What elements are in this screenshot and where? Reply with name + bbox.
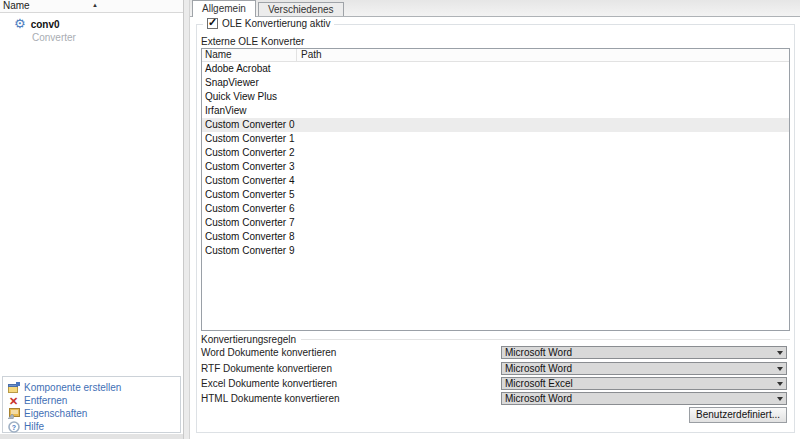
list-item-conv0[interactable]: ⚙ conv0 Converter [0,14,183,43]
converter-name-cell: Custom Converter 4 [205,175,294,186]
converter-name-cell: Custom Converter 6 [205,203,294,214]
html-rule-label: HTML Dokumente konvertieren [201,393,340,404]
converter-name-cell: Custom Converter 2 [205,147,294,158]
rule-row-html: HTML Dokumente konvertieren Microsoft Wo… [201,392,794,406]
html-converter-dropdown[interactable]: Microsoft Word [501,392,787,405]
table-row[interactable]: Quick View Plus [202,90,789,104]
table-row[interactable]: Adobe Acrobat [202,62,789,76]
html-converter-value: Microsoft Word [505,393,572,404]
word-converter-value: Microsoft Word [505,347,572,358]
rule-row-excel: Excel Dokumente konvertieren Microsoft E… [201,377,794,391]
custom-button[interactable]: Benutzerdefiniert... [689,407,787,423]
properties-label: Eigenschaften [24,408,87,419]
component-type-label: Converter [14,32,183,43]
word-rule-label: Word Dokumente konvertieren [201,347,336,358]
excel-rule-label: Excel Dokumente konvertieren [201,378,337,389]
rtf-converter-dropdown[interactable]: Microsoft Word [501,362,787,375]
ole-converter-settings-window: Name ▲ ⚙ conv0 Converter Komponente erst… [0,0,800,439]
settings-panel: Allgemein Verschiedenes OLE Konvertierun… [190,0,800,439]
converter-name-cell: Custom Converter 0 [205,119,294,130]
converter-name-cell: Custom Converter 5 [205,189,294,200]
component-list-panel: Name ▲ ⚙ conv0 Converter Komponente erst… [0,0,184,439]
column-header-name[interactable]: Name [202,49,297,61]
column-header-path[interactable]: Path [297,49,789,61]
ole-conversion-checkbox[interactable] [207,18,218,29]
properties-icon [7,408,20,420]
table-row[interactable]: Custom Converter 7 [202,216,789,230]
chevron-down-icon [777,397,783,401]
table-row[interactable]: Custom Converter 5 [202,188,789,202]
remove-x-icon: ✕ [7,395,20,407]
table-row[interactable]: IrfanView [202,104,789,118]
panel-bottom-strip [0,434,183,439]
rule-row-word: Word Dokumente konvertieren Microsoft Wo… [201,346,794,360]
table-row[interactable]: Custom Converter 2 [202,146,789,160]
table-row[interactable]: Custom Converter 9 [202,244,789,258]
converter-name-cell: SnapViewer [205,77,259,88]
properties-link[interactable]: Eigenschaften [7,407,180,420]
chevron-down-icon [777,367,783,371]
remove-link[interactable]: ✕ Entfernen [7,394,180,407]
converter-name-cell: Custom Converter 7 [205,217,294,228]
remove-label: Entfernen [24,395,67,406]
svg-text:?: ? [11,423,15,430]
external-converters-label: Externe OLE Konverter [201,36,304,47]
help-icon: ? [7,421,20,433]
table-row[interactable]: Custom Converter 8 [202,230,789,244]
create-component-link[interactable]: Komponente erstellen [7,381,180,394]
ole-conversion-groupbox: OLE Konvertierung aktiv Externe OLE Konv… [196,24,795,433]
converter-name-cell: Custom Converter 9 [205,245,294,256]
gear-icon: ⚙ [14,18,26,30]
conversion-rules-label: Konvertierungsregeln [201,334,296,345]
table-row[interactable]: Custom Converter 6 [202,202,789,216]
conversion-rules-caption: Konvertierungsregeln [201,334,790,345]
rtf-rule-label: RTF Dokumente konvertieren [201,363,332,374]
create-component-label: Komponente erstellen [24,382,121,393]
component-list-header[interactable]: Name ▲ [0,0,183,13]
sort-ascending-icon: ▲ [92,0,98,11]
converter-name-cell: Custom Converter 8 [205,231,294,242]
action-links-panel: Komponente erstellen ✕ Entfernen Eigensc… [2,376,181,433]
ole-conversion-checkbox-label: OLE Konvertierung aktiv [222,18,330,29]
word-converter-dropdown[interactable]: Microsoft Word [501,346,787,359]
converter-name-cell: Adobe Acrobat [205,63,271,74]
caption-divider [301,339,790,340]
converter-name-cell: Custom Converter 3 [205,161,294,172]
component-list[interactable]: ⚙ conv0 Converter [0,14,183,375]
converter-name-cell: IrfanView [205,105,247,116]
new-component-icon [7,382,20,394]
component-name: conv0 [31,19,60,30]
converter-name-cell: Quick View Plus [205,91,277,102]
excel-converter-dropdown[interactable]: Microsoft Excel [501,377,787,390]
tab-allgemein[interactable]: Allgemein [192,0,256,17]
tab-bar: Allgemein Verschiedenes [190,0,800,17]
table-row[interactable]: Custom Converter 0 [202,118,789,132]
help-label: Hilfe [24,421,44,432]
table-header-row: Name Path [202,49,789,62]
general-tab-page: OLE Konvertierung aktiv Externe OLE Konv… [190,17,800,439]
rule-row-rtf: RTF Dokumente konvertieren Microsoft Wor… [201,362,794,376]
help-link[interactable]: ? Hilfe [7,420,180,433]
tab-verschiedenes[interactable]: Verschiedenes [258,2,344,16]
chevron-down-icon [777,351,783,355]
ole-conversion-checkbox-row[interactable]: OLE Konvertierung aktiv [203,18,334,29]
name-column-header[interactable]: Name [3,0,30,11]
table-row[interactable]: Custom Converter 3 [202,160,789,174]
excel-converter-value: Microsoft Excel [505,378,573,389]
rtf-converter-value: Microsoft Word [505,363,572,374]
table-row[interactable]: Custom Converter 1 [202,132,789,146]
external-converters-table[interactable]: Name Path Adobe Acrobat SnapViewer Qu [201,48,790,331]
chevron-down-icon [777,382,783,386]
converter-name-cell: Custom Converter 1 [205,133,294,144]
table-row[interactable]: SnapViewer [202,76,789,90]
table-row[interactable]: Custom Converter 4 [202,174,789,188]
